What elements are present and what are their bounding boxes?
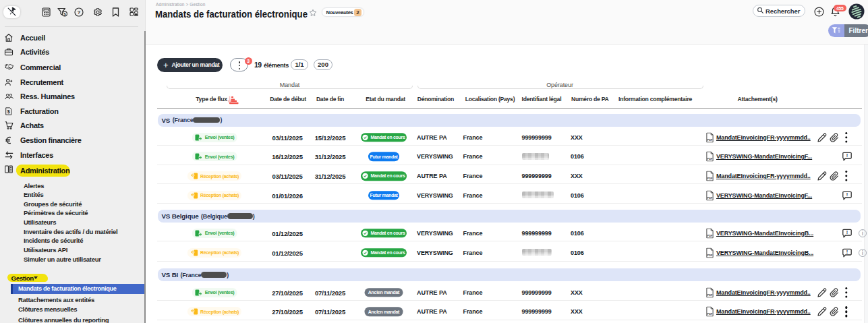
svg-text:$: $ (7, 109, 10, 115)
svg-text:$: $ (63, 12, 65, 16)
svg-text:PDF: PDF (707, 253, 713, 256)
svg-text:!: ! (846, 229, 848, 235)
svg-text:!: ! (846, 152, 848, 158)
svg-text:PDF: PDF (707, 138, 713, 141)
svg-text:PDF: PDF (707, 157, 713, 160)
svg-text:PDF: PDF (707, 233, 713, 237)
svg-text:PDF: PDF (707, 196, 713, 199)
svg-text:!: ! (846, 249, 848, 255)
svg-text:PDF: PDF (707, 177, 713, 180)
svg-text:?: ? (78, 9, 81, 16)
svg-text:PDF: PDF (707, 293, 713, 296)
svg-text:!: ! (846, 192, 848, 198)
svg-text:PDF: PDF (707, 312, 713, 316)
